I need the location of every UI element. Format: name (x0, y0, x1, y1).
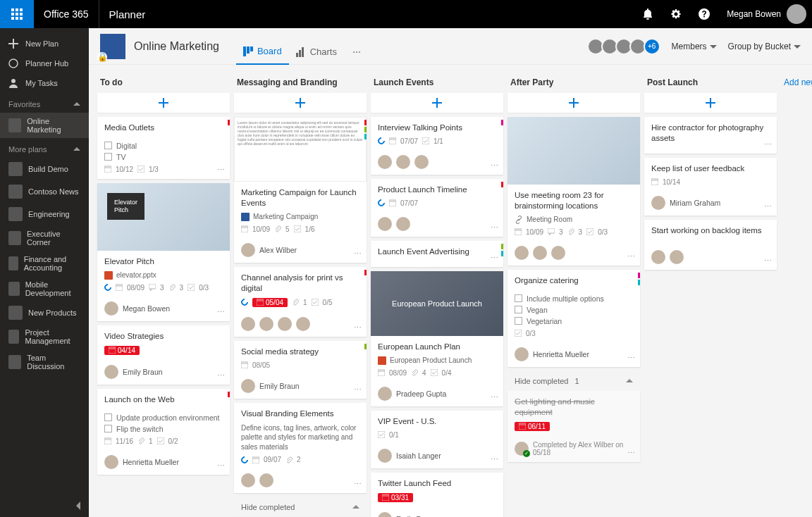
sidebar-plan-item[interactable]: Build Demo (0, 158, 89, 180)
members-dropdown[interactable]: Members (672, 42, 717, 51)
assignee-avatar (259, 317, 273, 331)
column-header[interactable]: To do (97, 73, 230, 93)
svg-rect-5 (296, 53, 298, 57)
global-topbar: Office 365 Planner Megan Bowen (0, 0, 812, 28)
card-more-menu[interactable]: ⋯ (491, 223, 499, 232)
checklist-item[interactable]: Include multiple options (515, 293, 633, 304)
card-more-menu[interactable]: ⋯ (627, 449, 636, 458)
card-more-menu[interactable]: ⋯ (764, 140, 773, 149)
help-button[interactable] (690, 0, 718, 28)
hide-completed-toggle[interactable]: Hide completed (234, 497, 367, 517)
task-card[interactable]: ElevatorPitchElevator Pitchelevator.pptx… (97, 183, 230, 321)
task-card[interactable]: European Product LaunchEuropean Launch P… (371, 271, 503, 406)
card-more-menu[interactable]: ⋯ (217, 166, 226, 175)
card-more-menu[interactable]: ⋯ (354, 480, 362, 489)
checklist-item[interactable]: Flip the switch (104, 423, 223, 435)
planner-hub-button[interactable]: Planner Hub (0, 54, 89, 73)
group-by-dropdown[interactable]: Group by Bucket (728, 42, 801, 51)
sidebar-plan-item[interactable]: Engineering (0, 203, 89, 225)
task-card[interactable]: Keep list of user feedback 10/14⋯Miriam … (644, 158, 777, 216)
task-card[interactable]: Launch on the WebUpdate production envir… (97, 389, 230, 475)
settings-button[interactable] (662, 0, 690, 28)
checklist-item[interactable]: Vegan (515, 304, 633, 316)
card-more-menu[interactable]: ⋯ (764, 202, 773, 211)
card-more-menu[interactable]: ⋯ (217, 461, 226, 471)
sidebar-plan-label: Team Discussion (27, 354, 80, 370)
add-bucket-button[interactable]: Add new bu (781, 73, 812, 92)
card-more-menu[interactable]: ⋯ (491, 455, 499, 464)
add-task-button[interactable] (97, 93, 230, 113)
new-plan-button[interactable]: New Plan (0, 34, 89, 54)
assignee-name: Pradeep Gupta (396, 390, 446, 398)
app-launcher-button[interactable] (0, 0, 34, 28)
task-card[interactable]: Start working on backlog items⋯ (644, 220, 777, 270)
sidebar-plan-item[interactable]: Contoso News (0, 180, 89, 203)
my-tasks-button[interactable]: My Tasks (0, 73, 89, 93)
task-card[interactable]: Visual Branding ElementsDefine icons, ta… (234, 403, 367, 493)
card-more-menu[interactable]: ⋯ (217, 371, 226, 380)
column-header[interactable]: After Party (508, 73, 640, 93)
checklist-item[interactable]: Digital (104, 140, 223, 151)
sidebar-plan-item[interactable]: Project Management (0, 324, 89, 349)
more-plans-section-header[interactable]: More plans (0, 138, 89, 158)
add-task-button[interactable] (371, 93, 503, 113)
checklist-item[interactable]: TV (104, 151, 223, 163)
column-header[interactable]: Messaging and Branding (234, 73, 367, 93)
user-avatar[interactable] (787, 4, 806, 24)
assignee-name: Henrietta Mueller (123, 458, 179, 466)
attachment-icon (274, 225, 281, 232)
task-card[interactable]: Product Launch Timeline 07/07⋯ (371, 179, 503, 237)
checklist-count: 1/6 (305, 225, 315, 233)
add-task-button[interactable] (508, 93, 640, 113)
add-task-button[interactable] (644, 93, 777, 113)
sidebar-plan-item[interactable]: Executive Corner (0, 225, 89, 251)
column-header[interactable]: Launch Events (371, 73, 503, 93)
task-card[interactable]: Organize cateringInclude multiple option… (508, 270, 640, 367)
card-more-menu[interactable]: ⋯ (491, 161, 499, 170)
task-card[interactable]: Lorem ipsum dolor sit amet consectetur a… (234, 117, 367, 263)
card-more-menu[interactable]: ⋯ (217, 308, 226, 317)
task-card[interactable]: Launch Event Advertising⋯ (371, 241, 503, 267)
calendar-icon (109, 347, 116, 354)
task-card[interactable]: Social media strategy 08/05⋯Emily Braun (234, 341, 367, 399)
sidebar-plan-item[interactable]: Team Discussion (0, 349, 89, 375)
task-card[interactable]: Interview Talking Points 07/07 1/1⋯ (371, 117, 503, 175)
card-more-menu[interactable]: ⋯ (354, 385, 362, 394)
card-more-menu[interactable]: ⋯ (354, 323, 362, 332)
checklist-item[interactable]: Update production environment (104, 412, 223, 423)
card-more-menu[interactable]: ⋯ (491, 393, 499, 402)
sidebar-plan-item[interactable]: Mobile Development (0, 276, 89, 301)
assignee-avatar (396, 155, 410, 169)
collapse-sidebar-button[interactable] (75, 502, 83, 511)
hide-completed-toggle[interactable]: Hide completed 1 (508, 371, 640, 391)
task-card[interactable]: Media OutletsDigitalTV 10/12 1/3⋯ (97, 117, 230, 179)
card-more-menu[interactable]: ⋯ (764, 256, 773, 266)
task-card[interactable]: Twitter Launch Feed 03/31⋯Emily Braun (371, 473, 503, 517)
tab-charts[interactable]: Charts (289, 39, 344, 65)
sidebar-plan-item[interactable]: Finance and Accounting (0, 251, 89, 276)
column-header[interactable]: Post Launch (644, 73, 777, 93)
favorites-section-header[interactable]: Favorites (0, 93, 89, 113)
card-more-menu[interactable]: ⋯ (627, 354, 636, 363)
checklist-item[interactable]: Vegetarian (515, 316, 633, 327)
progress-icon (103, 282, 113, 292)
add-task-button[interactable] (234, 93, 367, 113)
notifications-button[interactable] (634, 0, 662, 28)
card-more-menu[interactable]: ⋯ (354, 249, 362, 258)
task-card[interactable]: Video Strategies 04/14⋯Emily Braun (97, 325, 230, 385)
card-title: Channel analysis for print vs digital (241, 273, 359, 294)
card-more-menu[interactable]: ⋯ (627, 252, 636, 261)
task-card[interactable]: Channel analysis for print vs digital 05… (234, 267, 367, 337)
task-card[interactable]: VIP Event - U.S. 0/1⋯Isaiah Langer (371, 411, 503, 468)
task-card[interactable]: Get lighting and music equipment 06/11⋯✓… (508, 391, 640, 462)
tab-more-button[interactable]: ⋯ (344, 47, 369, 57)
sidebar-plan-online-marketing[interactable]: Online Marketing (0, 113, 89, 138)
task-card[interactable]: Use meeting room 23 for brainstorming lo… (508, 117, 640, 266)
task-card[interactable]: Hire contractor for photography assets⋯ (644, 117, 777, 154)
checkbox-icon (104, 413, 112, 421)
card-more-menu[interactable]: ⋯ (491, 254, 499, 263)
card-checklist: Update production environmentFlip the sw… (104, 409, 223, 437)
tab-board[interactable]: Board (236, 39, 289, 65)
sidebar-plan-item[interactable]: New Products (0, 301, 89, 324)
member-stack[interactable]: +6 (590, 38, 660, 55)
